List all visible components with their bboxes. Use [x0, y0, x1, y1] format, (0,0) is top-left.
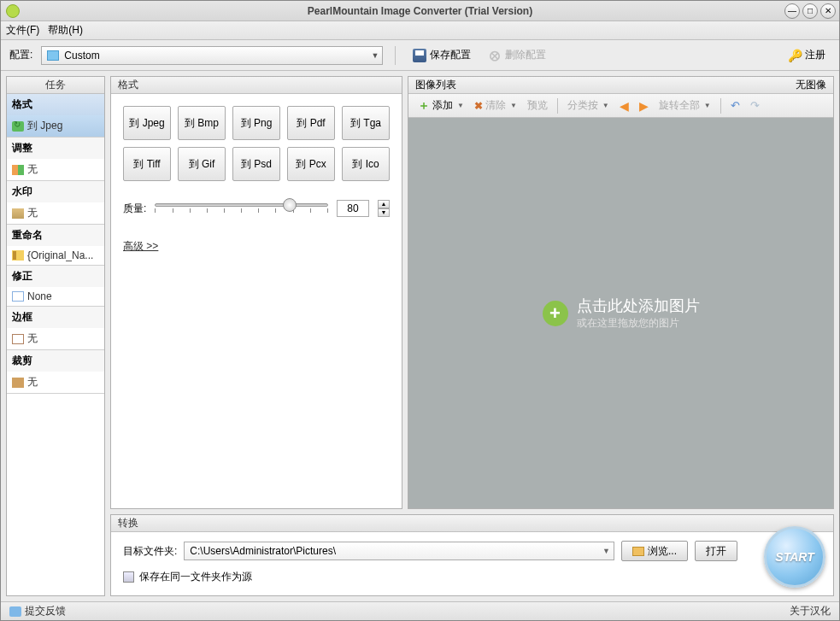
prev-button[interactable]: ◀ [615, 97, 633, 115]
quality-up[interactable]: ▲ [378, 200, 390, 208]
quality-slider[interactable] [155, 198, 328, 219]
quality-input[interactable] [337, 200, 369, 217]
tasks-panel: 任务 格式到 Jpeg调整无水印无重命名{Original_Na...修正Non… [6, 76, 105, 596]
window-title: PearlMountain Image Converter (Trial Ver… [308, 5, 532, 17]
preview-button[interactable]: 预览 [523, 96, 552, 115]
titlebar: PearlMountain Image Converter (Trial Ver… [1, 1, 839, 21]
start-button[interactable]: START [764, 526, 825, 588]
statusbar: 提交反馈 关于汉化 [1, 601, 839, 620]
task-value-fix[interactable]: None [7, 287, 104, 306]
config-value: Custom [64, 50, 99, 62]
format-btn-3[interactable]: 到 Pdf [287, 106, 335, 140]
crop-icon [12, 378, 24, 388]
task-value-convert[interactable]: 到 Jpeg [7, 115, 104, 137]
task-title-border[interactable]: 边框 [7, 307, 104, 328]
folder-icon [47, 50, 59, 61]
format-btn-4[interactable]: 到 Tga [342, 106, 390, 140]
convert-icon [12, 121, 24, 132]
redo-button[interactable]: ↷ [746, 97, 764, 114]
adjust-icon [12, 165, 24, 175]
sort-button[interactable]: 分类按▼ [563, 96, 614, 115]
dest-folder-input[interactable]: C:\Users\Administrator\Pictures\ ▼ [184, 542, 614, 560]
menu-file[interactable]: 文件(F) [6, 23, 39, 38]
close-button[interactable]: ✕ [820, 3, 836, 19]
open-button[interactable]: 打开 [695, 541, 737, 561]
main-toolbar: 配置: Custom ▼ 保存配置 ⨂ 删除配置 🔑 注册 [1, 40, 839, 71]
format-btn-7[interactable]: 到 Psd [232, 147, 280, 181]
convert-header: 转换 [111, 515, 833, 532]
drop-sub-text: 或在这里拖放您的图片 [577, 316, 700, 331]
border-icon [12, 334, 24, 344]
quality-label: 质量: [123, 202, 146, 216]
task-title-crop[interactable]: 裁剪 [7, 350, 104, 372]
register-button[interactable]: 🔑 注册 [783, 44, 831, 66]
menu-help[interactable]: 帮助(H) [48, 23, 83, 38]
add-button[interactable]: ＋添加▼ [414, 96, 468, 116]
folder-icon [632, 547, 644, 556]
clear-button[interactable]: ✖清除▼ [470, 96, 521, 115]
undo-icon: ↶ [731, 99, 740, 112]
format-btn-0[interactable]: 到 Jpeg [123, 106, 171, 140]
dropdown-icon: ▼ [602, 547, 610, 555]
save-config-button[interactable]: 保存配置 [408, 44, 476, 66]
task-value-water[interactable]: 无 [7, 202, 104, 224]
task-title-fix[interactable]: 修正 [7, 266, 104, 287]
format-btn-5[interactable]: 到 Tiff [123, 147, 171, 181]
tasks-header: 任务 [7, 77, 104, 94]
save-same-checkbox[interactable] [123, 571, 134, 583]
disk-icon [413, 49, 426, 62]
task-value-rename[interactable]: {Original_Na... [7, 246, 104, 265]
task-title-water[interactable]: 水印 [7, 181, 104, 202]
task-value-border[interactable]: 无 [7, 328, 104, 349]
task-title-adjust[interactable]: 调整 [7, 138, 104, 159]
undo-button[interactable]: ↶ [726, 97, 744, 114]
format-btn-6[interactable]: 到 Gif [178, 147, 226, 181]
add-plus-icon: + [543, 301, 568, 326]
dest-label: 目标文件夹: [123, 544, 177, 559]
drop-area[interactable]: + 点击此处添加图片 或在这里拖放您的图片 [408, 118, 833, 508]
image-list-panel: 图像列表 无图像 ＋添加▼ ✖清除▼ 预览 分类按▼ ◀ ▶ 旋转全部▼ ↶ [408, 76, 834, 509]
water-icon [12, 208, 24, 219]
app-icon [6, 4, 20, 18]
rotate-button[interactable]: 旋转全部▼ [655, 96, 715, 115]
rename-icon [12, 250, 24, 261]
imagelist-toolbar: ＋添加▼ ✖清除▼ 预览 分类按▼ ◀ ▶ 旋转全部▼ ↶ ↷ [408, 94, 833, 118]
minimize-button[interactable]: — [784, 3, 800, 19]
arrow-left-icon: ◀ [620, 99, 629, 113]
next-button[interactable]: ▶ [635, 97, 653, 115]
config-select[interactable]: Custom ▼ [41, 46, 383, 65]
task-value-crop[interactable]: 无 [7, 372, 104, 393]
format-btn-2[interactable]: 到 Png [232, 106, 280, 140]
drop-main-text: 点击此处添加图片 [577, 296, 700, 316]
arrow-right-icon: ▶ [639, 99, 649, 113]
browse-button[interactable]: 浏览... [621, 541, 688, 561]
key-icon: 🔑 [788, 49, 802, 62]
task-title-convert[interactable]: 格式 [7, 94, 104, 115]
no-image-label: 无图像 [796, 78, 826, 92]
advanced-link[interactable]: 高级 >> [123, 240, 158, 252]
config-label: 配置: [9, 48, 32, 62]
maximize-button[interactable]: □ [802, 3, 818, 19]
feedback-link[interactable]: 提交反馈 [9, 604, 66, 618]
redo-icon: ↷ [750, 99, 760, 112]
x-icon: ✖ [474, 100, 483, 112]
format-panel: 格式 到 Jpeg到 Bmp到 Png到 Pdf到 Tga到 Tiff到 Gif… [110, 76, 402, 509]
convert-panel: 转换 目标文件夹: C:\Users\Administrator\Picture… [110, 514, 834, 596]
format-btn-9[interactable]: 到 Ico [342, 147, 390, 181]
bubble-icon [9, 606, 21, 617]
format-btn-1[interactable]: 到 Bmp [178, 106, 226, 140]
delete-config-button[interactable]: ⨂ 删除配置 [483, 44, 551, 66]
plus-icon: ＋ [418, 98, 430, 114]
imagelist-header: 图像列表 [415, 78, 456, 92]
format-header: 格式 [111, 77, 402, 94]
fix-icon [12, 291, 24, 302]
menubar: 文件(F) 帮助(H) [1, 21, 839, 40]
save-same-label: 保存在同一文件夹作为源 [139, 570, 252, 584]
dropdown-icon: ▼ [371, 51, 379, 60]
quality-down[interactable]: ▼ [378, 208, 390, 217]
task-title-rename[interactable]: 重命名 [7, 225, 104, 246]
about-link[interactable]: 关于汉化 [790, 604, 831, 618]
delete-icon: ⨂ [488, 49, 502, 62]
task-value-adjust[interactable]: 无 [7, 159, 104, 180]
format-btn-8[interactable]: 到 Pcx [287, 147, 335, 181]
